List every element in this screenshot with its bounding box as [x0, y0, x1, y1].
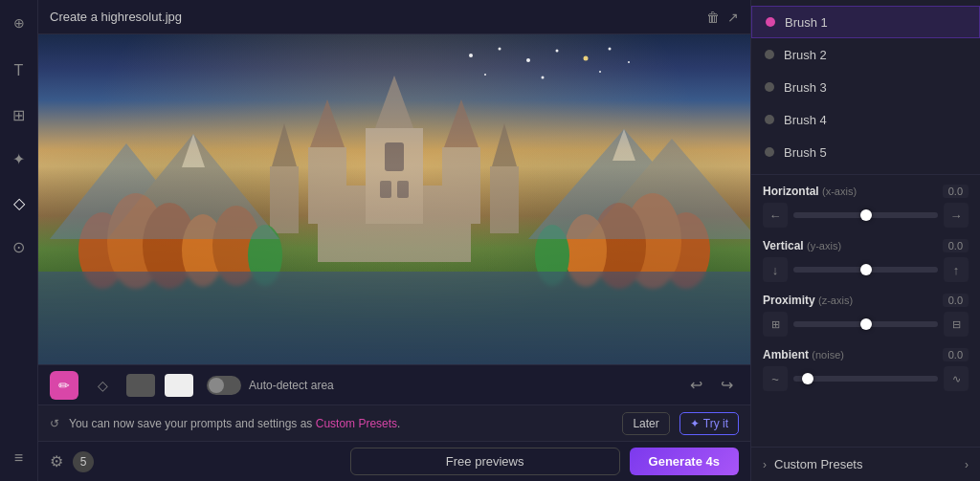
settings-btn[interactable]: ⚙ [50, 452, 63, 470]
brush-active-btn[interactable]: ✏ [50, 371, 78, 400]
redo-btn[interactable]: ↪ [714, 373, 739, 398]
horizontal-control: Horizontal (x-axis) 0.0 ← → [763, 185, 969, 228]
custom-presets-section[interactable]: › Custom Presets › [751, 447, 980, 481]
try-btn[interactable]: ✦ Try it [679, 412, 739, 435]
proximity-slider-track[interactable] [793, 321, 938, 327]
chevron-right-icon: › [965, 458, 969, 471]
svg-point-34 [556, 49, 559, 52]
proximity-slider-container: ⊞ ⊟ [763, 312, 969, 337]
brush-dot-2 [765, 50, 774, 59]
brush-list: Brush 1 Brush 2 Brush 3 Brush 4 Brush 5 [751, 0, 980, 175]
brush-dot-1 [766, 17, 775, 27]
export-icon[interactable]: ↗ [727, 10, 739, 25]
horizontal-value: 0.0 [943, 185, 969, 198]
later-btn[interactable]: Later [622, 412, 669, 435]
delete-icon[interactable]: 🗑 [706, 10, 720, 25]
mask-tool[interactable]: ⊙ [6, 233, 33, 260]
auto-detect-toggle-wrapper: Auto-detect area [207, 376, 334, 395]
free-previews-btn[interactable]: Free previews [350, 448, 620, 475]
generate-btn[interactable]: Generate 4s [630, 448, 739, 475]
brush-item-1[interactable]: Brush 1 [751, 6, 980, 38]
svg-point-35 [584, 55, 589, 60]
brush-item-2[interactable]: Brush 2 [751, 38, 980, 71]
horizontal-label: Horizontal [763, 185, 819, 198]
controls-section: Horizontal (x-axis) 0.0 ← → Vertical (y-… [751, 175, 980, 447]
svg-point-39 [542, 76, 545, 78]
ambient-right-btn[interactable]: ∿ [944, 366, 969, 391]
brush-item-5[interactable]: Brush 5 [751, 136, 980, 168]
brush-label-5: Brush 5 [784, 145, 827, 160]
undo-btn[interactable]: ↩ [683, 373, 708, 398]
horizontal-slider-track[interactable] [793, 212, 938, 218]
color-swatch-light[interactable] [165, 374, 193, 397]
ambient-left-btn[interactable]: ~ [763, 366, 788, 391]
color-swatch-dark[interactable] [126, 374, 155, 397]
ambient-slider-track[interactable] [793, 376, 938, 382]
proximity-left-btn[interactable]: ⊞ [763, 312, 788, 337]
proximity-right-btn[interactable]: ⊟ [944, 312, 969, 337]
svg-point-40 [599, 71, 601, 73]
svg-point-31 [469, 54, 473, 57]
navigate-tool[interactable]: ⊕ [6, 10, 33, 36]
svg-point-33 [526, 58, 530, 62]
canvas-area[interactable] [38, 34, 750, 364]
vertical-value: 0.0 [943, 239, 969, 252]
ambient-label: Ambient [763, 348, 809, 361]
auto-detect-label: Auto-detect area [249, 379, 334, 392]
custom-presets-link[interactable]: Custom Presets [316, 417, 397, 430]
right-panel: Brush 1 Brush 2 Brush 3 Brush 4 Brush 5 … [750, 0, 980, 481]
svg-point-36 [609, 47, 612, 50]
notification-bar: ↺ You can now save your prompts and sett… [38, 404, 750, 441]
brush-label-1: Brush 1 [785, 15, 828, 30]
horizontal-slider-thumb[interactable] [860, 209, 872, 221]
brush-label-4: Brush 4 [784, 113, 827, 127]
text-tool[interactable]: T [6, 57, 33, 84]
brush-tool[interactable]: ✦ [6, 145, 33, 172]
count-badge: 5 [73, 451, 94, 472]
vertical-label-row: Vertical (y-axis) 0.0 [763, 239, 969, 252]
layers-tool[interactable]: ≡ [6, 445, 33, 471]
proximity-label-row: Proximity (z-axis) 0.0 [763, 294, 969, 307]
vertical-control: Vertical (y-axis) 0.0 ↓ ↑ [763, 239, 969, 282]
brush-dot-5 [765, 147, 774, 157]
svg-marker-2 [375, 76, 413, 128]
vertical-right-btn[interactable]: ↑ [944, 257, 969, 282]
horizontal-label-row: Horizontal (x-axis) 0.0 [763, 185, 969, 198]
water-reflection [38, 272, 750, 364]
vertical-slider-track[interactable] [793, 267, 938, 273]
adjust-tool[interactable]: ⊞ [6, 101, 33, 128]
canvas-image [38, 34, 750, 364]
horizontal-right-btn[interactable]: → [944, 203, 969, 228]
auto-detect-toggle[interactable] [207, 376, 241, 395]
vertical-label: Vertical [763, 239, 804, 252]
horizontal-axis: (x-axis) [822, 186, 857, 197]
page-title: Create a highresolut.jpg [50, 10, 182, 24]
custom-presets-expand-icon: › [763, 458, 767, 471]
ambient-control: Ambient (noise) 0.0 ~ ∿ [763, 348, 969, 391]
top-bar-actions: 🗑 ↗ [706, 10, 739, 25]
proximity-value: 0.0 [943, 294, 969, 307]
brush-item-4[interactable]: Brush 4 [751, 103, 980, 136]
left-toolbar: ⊕ T ⊞ ✦ ◇ ⊙ ≡ [0, 0, 38, 481]
notif-text: You can now save your prompts and settin… [69, 417, 612, 430]
top-bar: Create a highresolut.jpg 🗑 ↗ [38, 0, 750, 34]
horizontal-left-btn[interactable]: ← [763, 203, 788, 228]
eraser-tool[interactable]: ◇ [6, 189, 33, 216]
bottom-toolbar: ✏ ◇ Auto-detect area ↩ ↪ [38, 364, 750, 404]
brush-item-3[interactable]: Brush 3 [751, 71, 980, 103]
try-label: Try it [703, 417, 728, 430]
vertical-slider-thumb[interactable] [860, 264, 872, 275]
vertical-axis: (y-axis) [807, 240, 841, 251]
brush-label-3: Brush 3 [784, 80, 827, 95]
sky-stars [452, 41, 643, 118]
eraser-btn[interactable]: ◇ [88, 371, 117, 400]
custom-presets-label: Custom Presets [774, 457, 957, 471]
ambient-label-row: Ambient (noise) 0.0 [763, 348, 969, 361]
proximity-axis: (z-axis) [818, 295, 853, 306]
brush-dot-4 [765, 115, 774, 124]
ambient-value: 0.0 [943, 348, 969, 361]
ambient-slider-thumb[interactable] [802, 373, 813, 384]
vertical-left-btn[interactable]: ↓ [763, 257, 788, 282]
proximity-slider-thumb[interactable] [860, 318, 872, 330]
ambient-axis: (noise) [812, 349, 844, 361]
